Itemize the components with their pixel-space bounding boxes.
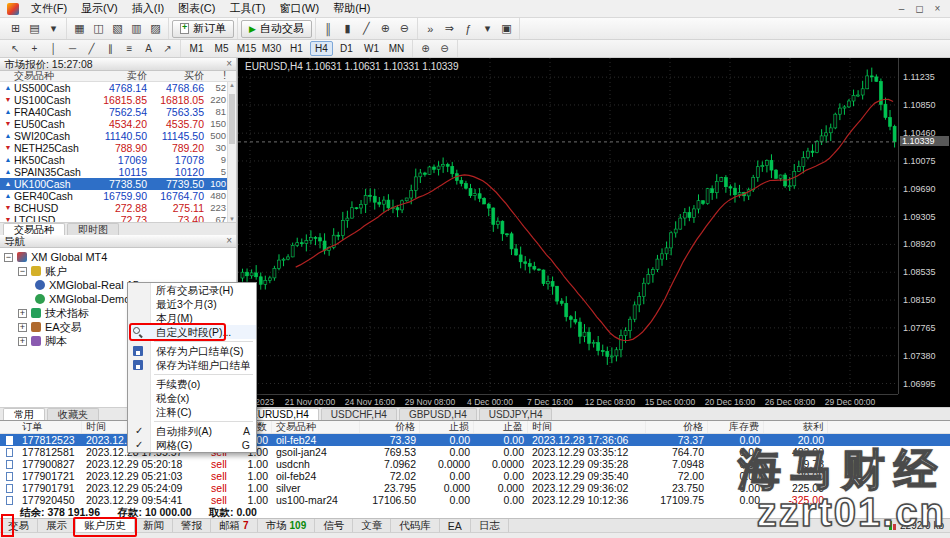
menu-item[interactable]: 工具(T) — [222, 0, 272, 17]
market-watch-row[interactable]: GER40Cash 16759.90 16764.70 480 — [0, 190, 236, 202]
tab-articles[interactable]: 文章 — [353, 519, 391, 532]
trendline-icon[interactable]: ╱ — [82, 41, 101, 56]
fibonacci-icon[interactable]: ≡ — [120, 41, 139, 56]
navigator-tab-common[interactable]: 常用 — [3, 408, 45, 420]
navigator-tab-favorites[interactable]: 收藏夹 — [47, 408, 99, 420]
market-watch-row[interactable]: FRA40Cash 7562.54 7563.35 81 — [0, 106, 236, 118]
templates-icon[interactable]: ▣ — [497, 20, 516, 37]
history-table-row[interactable]: 177900827 2023.12.29 05:20:18 sell 1.00 … — [0, 458, 950, 470]
menu-item[interactable]: 帮助(H) — [326, 0, 377, 17]
zoom-in-icon[interactable]: ⊕ — [416, 41, 435, 56]
timeframe-m15-button[interactable]: M15 — [235, 41, 258, 56]
history-table-row[interactable]: 177920450 2023.12.29 09:54:41 sell 1.00 … — [0, 494, 950, 506]
terminal-toggle-icon[interactable]: ▥ — [127, 20, 146, 37]
vertical-line-icon[interactable]: │ — [44, 41, 63, 56]
new-chart-icon[interactable]: ⊞ — [6, 20, 25, 37]
date-axis[interactable]: 15 Nov 202321 Nov 00:0024 Nov 16:0029 No… — [238, 394, 898, 407]
candlestick-chart-icon[interactable]: ▮ — [338, 20, 357, 37]
horizontal-line-icon[interactable]: ─ — [63, 41, 82, 56]
market-watch-row[interactable]: US500Cash 4768.14 4768.66 52 — [0, 82, 236, 94]
menu-item[interactable]: 插入(I) — [125, 0, 171, 17]
navigator-toggle-icon[interactable]: ▧ — [108, 20, 127, 37]
menu-item[interactable]: 显示(V) — [74, 0, 125, 17]
profiles-icon[interactable]: ▤ — [25, 20, 44, 37]
menu-item-grid[interactable]: ✓ 网格(G) G — [128, 438, 256, 452]
menu-item-all-history[interactable]: ✓ 所有交易记录(H) — [128, 283, 256, 297]
column-header-spread[interactable]: ! — [204, 71, 226, 81]
tab-experts[interactable]: EA — [440, 519, 471, 532]
data-window-toggle-icon[interactable]: ◫ — [89, 20, 108, 37]
zoom-out-icon[interactable]: ⊖ — [435, 41, 454, 56]
close-icon[interactable]: × — [226, 236, 232, 246]
market-watch-row[interactable]: US100Cash 16815.85 16818.05 220 — [0, 94, 236, 106]
close-icon[interactable]: × — [226, 59, 232, 69]
history-column-header[interactable]: 时间 — [528, 421, 646, 433]
equidistant-channel-icon[interactable]: ∥ — [101, 41, 120, 56]
cursor-icon[interactable]: ↖ — [6, 41, 25, 56]
autotrading-button[interactable]: ▶ 自动交易 — [241, 20, 312, 38]
tree-expander-icon[interactable] — [18, 337, 27, 346]
chart-shift-icon[interactable]: ⇒ — [440, 20, 459, 37]
candlestick-chart[interactable] — [238, 58, 898, 394]
history-column-header[interactable]: 价格 — [360, 421, 420, 433]
menu-item-last-3-months[interactable]: ✓ 最近3个月(3) — [128, 297, 256, 311]
crosshair-icon[interactable]: + — [25, 41, 44, 56]
history-column-header[interactable]: 获利 — [764, 421, 828, 433]
menu-item-commissions[interactable]: ✓ 手续费(o) — [128, 377, 256, 391]
bar-chart-icon[interactable]: ║ — [319, 20, 338, 37]
menu-item[interactable]: 窗口(W) — [272, 0, 326, 17]
market-watch-row[interactable]: BCHUSD 272.88 275.11 223 — [0, 202, 236, 214]
menu-item-custom-period[interactable]: ✓ 自定义时段(P)... — [128, 325, 256, 339]
menu-item[interactable]: 图表(C) — [171, 0, 222, 17]
history-column-header[interactable]: 交易品种 — [272, 421, 360, 433]
timeframe-mn-button[interactable]: MN — [385, 41, 408, 56]
history-table-row[interactable]: 177901721 2023.12.29 05:21:03 sell 1.00 … — [0, 470, 950, 482]
timeframe-m1-button[interactable]: M1 — [185, 41, 208, 56]
market-watch-row[interactable]: UK100Cash 7738.50 7739.50 100 — [0, 178, 236, 190]
menu-item[interactable]: 文件(F) — [24, 0, 74, 17]
timeframe-d1-button[interactable]: D1 — [335, 41, 358, 56]
scrollbar[interactable] — [227, 82, 236, 222]
text-label-icon[interactable]: A — [139, 41, 158, 56]
tab-alerts[interactable]: 警报 — [173, 519, 211, 532]
tab-mailbox[interactable]: 邮箱 7 — [211, 519, 258, 532]
chart-tab-usdjpyh4[interactable]: USDJPY,H4 — [479, 408, 553, 420]
profiles-dropdown-icon[interactable]: ▾ — [44, 20, 63, 37]
price-axis[interactable]: 1.112351.108501.104601.100751.096901.093… — [898, 58, 950, 394]
market-watch-tab-tick-chart[interactable]: 即时图 — [67, 223, 119, 235]
history-column-header[interactable]: 止损 — [420, 421, 474, 433]
market-watch-row[interactable]: HK50Cash 17069 17078 9 — [0, 154, 236, 166]
menu-item-auto-arrange[interactable]: ✓ 自动排列(A) A — [128, 424, 256, 438]
market-watch-row[interactable]: NETH25Cash 788.90 789.20 30 — [0, 142, 236, 154]
history-column-header[interactable]: 订单 — [18, 421, 82, 433]
history-table-row[interactable]: 177901791 2023.12.29 05:24:09 sell 1.00 … — [0, 482, 950, 494]
line-chart-icon[interactable]: ╱ — [357, 20, 376, 37]
tab-signals[interactable]: 信号 — [315, 519, 353, 532]
zoom-in-icon[interactable]: ⊕ — [376, 20, 395, 37]
tab-market[interactable]: 市场 109 — [258, 519, 316, 532]
tree-expander-icon[interactable] — [18, 309, 27, 318]
restore-button[interactable]: ◻ — [911, 1, 928, 17]
tab-account-history[interactable]: 账户历史 — [76, 519, 135, 532]
navigator-accounts[interactable]: 账户 — [0, 264, 236, 278]
column-header-bid[interactable]: 卖价 — [90, 71, 147, 81]
auto-scroll-icon[interactable]: » — [421, 20, 440, 37]
timeframe-w1-button[interactable]: W1 — [360, 41, 383, 56]
chart-tab-usdchfh4[interactable]: USDCHF,H4 — [321, 408, 397, 420]
menu-item-save-as-report[interactable]: ✓ 保存为户口结单(S) — [128, 344, 256, 358]
arrow-tools-icon[interactable]: ↗ — [158, 41, 177, 56]
zoom-out-icon[interactable]: ⊖ — [395, 20, 414, 37]
periods-dropdown-icon[interactable]: ▾ — [478, 20, 497, 37]
tab-exposure[interactable]: 展示 — [38, 519, 76, 532]
history-column-header[interactable]: 库存费 — [708, 421, 764, 433]
strategy-tester-toggle-icon[interactable]: ▨ — [146, 20, 165, 37]
market-watch-row[interactable]: EU50Cash 4534.20 4535.70 150 — [0, 118, 236, 130]
tree-expander-icon[interactable] — [4, 253, 13, 262]
column-header-symbol[interactable]: 交易品种 — [14, 71, 90, 81]
tree-expander-icon[interactable] — [18, 267, 27, 276]
timeframe-m5-button[interactable]: M5 — [210, 41, 233, 56]
tab-trade[interactable]: 交易 — [0, 519, 38, 532]
minimize-button[interactable]: – — [893, 1, 910, 17]
history-column-header[interactable]: 价格 — [646, 421, 708, 433]
tab-news[interactable]: 新闻 — [135, 519, 173, 532]
